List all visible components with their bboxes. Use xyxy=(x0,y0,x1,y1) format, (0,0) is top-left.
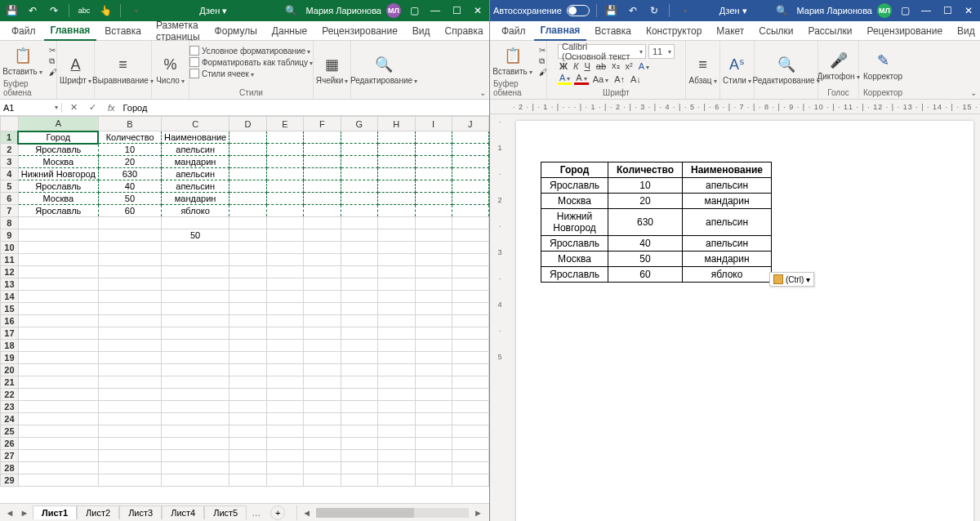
cell[interactable] xyxy=(415,303,452,315)
cell[interactable] xyxy=(341,425,378,438)
cell[interactable]: Город xyxy=(18,131,98,144)
cell[interactable] xyxy=(98,291,161,303)
cell[interactable] xyxy=(266,291,303,303)
cell[interactable] xyxy=(229,327,266,340)
cell[interactable] xyxy=(161,474,229,487)
row-header[interactable]: 6 xyxy=(1,193,19,205)
cell[interactable] xyxy=(229,450,266,462)
maximize-icon[interactable]: ☐ xyxy=(448,2,465,19)
cell[interactable] xyxy=(161,438,229,450)
cells-button[interactable]: ▦Ячейки xyxy=(313,53,352,87)
cell[interactable] xyxy=(98,327,161,340)
cell[interactable]: мандарин xyxy=(161,156,229,168)
tab-layout[interactable]: Разметка страницы xyxy=(149,21,207,41)
document-area[interactable]: ГородКоличествоНаименованиеЯрославль10ап… xyxy=(510,114,980,521)
cell[interactable] xyxy=(266,413,303,425)
document-table[interactable]: ГородКоличествоНаименованиеЯрославль10ап… xyxy=(541,162,772,283)
cell[interactable] xyxy=(266,180,303,193)
sheet-tab[interactable]: Лист2 xyxy=(77,505,119,519)
cell[interactable] xyxy=(304,413,341,425)
cell[interactable] xyxy=(266,168,303,180)
cell[interactable] xyxy=(452,205,488,217)
cell[interactable] xyxy=(378,217,415,229)
cell[interactable] xyxy=(341,291,378,303)
cell[interactable] xyxy=(266,450,303,462)
cell[interactable] xyxy=(452,413,488,425)
touch-icon[interactable]: 👆 xyxy=(97,2,114,19)
cell[interactable] xyxy=(18,425,98,438)
cell[interactable] xyxy=(98,450,161,462)
cell[interactable]: Наименование xyxy=(161,131,229,144)
sheet-tab[interactable]: Лист1 xyxy=(33,505,77,519)
cell[interactable] xyxy=(98,413,161,425)
cell[interactable] xyxy=(452,144,488,156)
table-cell[interactable]: яблоко xyxy=(682,267,771,283)
cell[interactable] xyxy=(341,205,378,217)
cell[interactable] xyxy=(415,450,452,462)
dzen-menu[interactable]: Дзен ▾ xyxy=(719,6,747,16)
cell[interactable] xyxy=(415,327,452,340)
row-header[interactable]: 1 xyxy=(1,131,19,144)
cell[interactable] xyxy=(304,291,341,303)
cell[interactable] xyxy=(341,438,378,450)
cell[interactable]: Ярославль xyxy=(18,205,98,217)
cell[interactable] xyxy=(229,389,266,401)
qat-more-icon[interactable] xyxy=(127,2,144,19)
cell[interactable] xyxy=(161,352,229,364)
search-icon[interactable]: 🔍 xyxy=(774,2,791,19)
cell[interactable] xyxy=(452,303,488,315)
cell[interactable] xyxy=(378,401,415,413)
table-cell[interactable]: апельсин xyxy=(682,209,771,236)
cell[interactable] xyxy=(266,254,303,266)
hscroll-left-icon[interactable]: ◄ xyxy=(299,508,314,518)
cell[interactable] xyxy=(266,462,303,474)
ribbon-collapse-icon[interactable]: ⌄ xyxy=(479,88,486,97)
cell[interactable]: 60 xyxy=(98,205,161,217)
cell[interactable] xyxy=(415,438,452,450)
cell[interactable] xyxy=(161,254,229,266)
cell[interactable]: апельсин xyxy=(161,180,229,193)
cell[interactable] xyxy=(266,193,303,205)
cell[interactable] xyxy=(266,315,303,327)
underline-button[interactable]: Ч xyxy=(582,61,591,71)
align-button[interactable]: ≡Выравнивание xyxy=(89,53,157,87)
cell[interactable] xyxy=(161,425,229,438)
col-header[interactable]: A xyxy=(18,117,98,131)
cell[interactable] xyxy=(266,364,303,376)
cell[interactable] xyxy=(266,376,303,389)
cell[interactable] xyxy=(229,376,266,389)
cell[interactable] xyxy=(452,450,488,462)
cell[interactable] xyxy=(304,131,341,144)
cell[interactable] xyxy=(341,278,378,291)
cell[interactable] xyxy=(229,156,266,168)
cell[interactable] xyxy=(452,156,488,168)
row-header[interactable]: 20 xyxy=(1,364,19,376)
cell[interactable] xyxy=(304,315,341,327)
tab-view[interactable]: Вид xyxy=(951,21,980,41)
row-header[interactable]: 26 xyxy=(1,438,19,450)
cell[interactable] xyxy=(229,180,266,193)
cell[interactable] xyxy=(304,278,341,291)
cell[interactable] xyxy=(18,376,98,389)
accept-formula-icon[interactable]: ✓ xyxy=(86,102,100,113)
cell[interactable] xyxy=(452,474,488,487)
cell[interactable] xyxy=(266,205,303,217)
cell[interactable] xyxy=(229,217,266,229)
tab-insert[interactable]: Вставка xyxy=(98,21,148,41)
cell[interactable] xyxy=(304,168,341,180)
cell[interactable] xyxy=(304,438,341,450)
cell[interactable]: 10 xyxy=(98,144,161,156)
dictate-button[interactable]: 🎤Диктофон xyxy=(813,49,862,82)
cell[interactable] xyxy=(161,291,229,303)
cell[interactable] xyxy=(378,438,415,450)
cell[interactable] xyxy=(229,266,266,278)
cancel-formula-icon[interactable]: ✕ xyxy=(67,102,81,113)
cell[interactable] xyxy=(304,217,341,229)
cell[interactable] xyxy=(378,327,415,340)
font-size-select[interactable]: 11 xyxy=(648,44,675,59)
cell[interactable] xyxy=(304,229,341,242)
tab-home[interactable]: Главная xyxy=(534,21,587,41)
row-header[interactable]: 18 xyxy=(1,340,19,352)
cell[interactable] xyxy=(452,131,488,144)
tab-refs[interactable]: Ссылки xyxy=(752,21,800,41)
